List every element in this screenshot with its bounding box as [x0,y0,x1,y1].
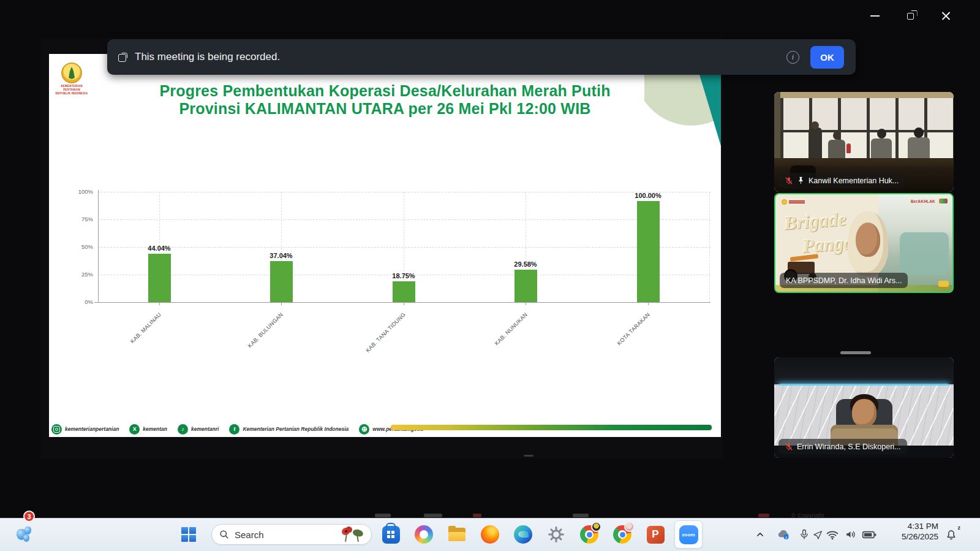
participant-video-errin[interactable]: Errin Wiranda, S.E Diskoperi... [774,357,954,458]
person-silhouette [809,127,822,159]
bar [514,270,537,302]
recording-banner-text: This meeting is being recorded. [135,51,786,63]
taskbar-app-chrome-profile-2[interactable] [612,525,632,544]
participant-name-pill: Errin Wiranda, S.E Diskoperi... [778,439,907,454]
x-axis [94,302,710,303]
background-title-line1: Brigade [783,208,847,234]
taskbar-app-copilot[interactable] [414,525,434,544]
tray-onedrive[interactable]: i [775,526,791,542]
start-button[interactable] [179,525,198,544]
info-icon[interactable]: i [786,51,799,64]
scene-shape [900,232,949,275]
start-icon [181,527,196,542]
tray-wifi[interactable] [824,526,840,542]
y-axis [98,190,99,302]
participant-name-pill: KA BPPSDMP, Dr. Idha Widi Ars... [780,273,908,288]
bar [270,261,293,302]
taskbar-app-chrome-profile-1[interactable] [579,525,599,544]
wifi-icon [825,527,840,542]
x-icon: X [129,424,140,435]
taskbar-app-edge[interactable] [513,525,533,544]
bppsdmp-logo [938,281,949,289]
badge-mark [939,199,948,203]
slide-title-line2: Provinsi KALIMANTAN UTARA per 26 Mei Pkl… [49,100,721,118]
bar-value-label: 100.00% [635,192,661,199]
x-tick-label: KAB. TANA TIDUNG [342,311,407,376]
recording-banner: This meeting is being recorded. i OK [107,39,856,75]
svg-text:i: i [786,535,787,540]
tray-chevron-up[interactable] [752,526,768,542]
clock-time: 4:31 PM [877,522,938,532]
berakhlak-badge: BerAKHLAK [911,199,935,203]
clock-date: 5/26/2025 [877,532,938,542]
search-placeholder: Search [235,530,341,540]
window-close-button[interactable] [932,6,960,26]
thumbnails-drag-handle[interactable] [840,351,871,354]
bell-icon [944,528,958,541]
person-face [852,399,876,427]
taskbar-app-firefox[interactable] [480,525,500,544]
chrome-profile-avatar [591,522,601,532]
edge-icon [514,525,532,544]
taskbar-app-zoom-active[interactable]: zoom [674,520,703,549]
search-icon [219,530,229,539]
search-input[interactable]: Search [211,524,372,545]
participant-video-kanwil[interactable]: Kanwil Kementerian Huk... [774,92,954,192]
weather-icon [15,525,34,544]
tickmark [404,302,404,305]
firefox-icon [481,525,499,544]
x-tick-label: KAB. NUNUKAN [464,311,529,376]
recording-icon [118,53,127,62]
slide-title: Progres Pembentukan Koperasi Desa/Kelura… [49,82,721,118]
tray-location[interactable] [810,526,826,542]
tray-volume[interactable] [843,526,859,542]
participant-video-ka-bppsdmp[interactable]: Brigade Panga BerAKHLAK KA BPPSDMP, Dr. … [774,193,954,293]
copyright-watermark: © Copyright [791,512,824,519]
weather-widget[interactable] [15,525,34,544]
settings-gear-icon [548,526,565,543]
participant-name: Kanwil Kementerian Huk... [809,177,899,185]
window-minimize-button[interactable] [861,6,889,26]
scene-shape [774,357,954,384]
hidden-toolbar-fragment [573,514,589,517]
window-restore-button[interactable] [896,6,924,26]
tray-notifications[interactable]: z [943,526,959,542]
taskbar-app-settings[interactable] [546,525,566,544]
facebook-icon: f [229,424,239,435]
ok-button[interactable]: OK [810,46,844,69]
tickmark [159,302,160,305]
y-tick-label: 75% [67,216,93,222]
instagram-handle: kementerianpertanian [65,426,119,432]
tray-battery[interactable] [861,526,877,542]
taskbar-app-file-explorer[interactable] [447,525,467,544]
taskbar-clock[interactable]: 4:31 PM 5/26/2025 [877,522,938,542]
pin-icon [797,177,805,184]
y-tick-label: 50% [67,243,93,250]
x-tick-label: KAB. MALINAU [97,311,162,376]
x-handle: kementan [143,426,167,432]
person-silhouette [908,137,930,159]
slide-title-line1: Progres Pembentukan Koperasi Desa/Kelura… [49,82,721,100]
chevron-up-icon [754,528,766,541]
scene-shape [846,143,851,153]
y-tick-label: 100% [67,188,93,195]
scene-shape [774,92,780,162]
bar-value-label: 44.04% [148,245,170,252]
taskbar-app-powerpoint[interactable]: P [646,525,665,544]
notification-badge: 3 [23,511,35,522]
presentation-slide: KEMENTERIAN PERTANIAN REPUBLIK INDONESIA… [49,54,721,437]
mic-muted-icon [785,177,793,185]
slide-footer-socials: kementerianpertanian X kementan ♪ kement… [51,422,434,436]
person-silhouette [828,140,845,159]
minimize-icon [870,15,880,17]
speaker-face [856,222,880,257]
bar-value-label: 29.58% [514,260,537,268]
bar-group: 44.04% [135,192,184,302]
copilot-icon [415,525,433,544]
taskbar-app-store[interactable] [381,525,401,544]
bar-group: 18.75% [379,192,428,302]
hidden-toolbar-fragment [375,514,391,517]
bar [148,254,171,302]
globe-icon: ⊕ [359,424,369,435]
microsoft-store-icon [382,526,400,544]
